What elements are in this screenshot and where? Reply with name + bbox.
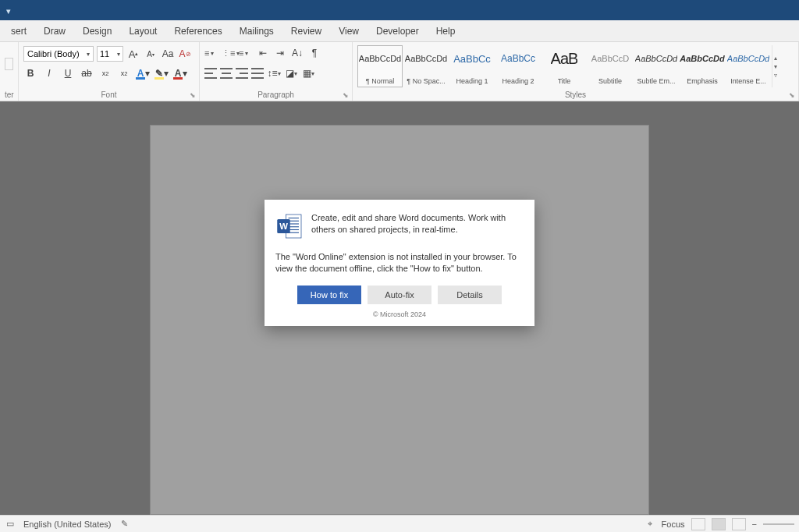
font-name-value: Calibri (Body) bbox=[27, 49, 80, 59]
shrink-font-button[interactable]: A▾ bbox=[144, 47, 158, 61]
highlight-button[interactable]: ✎▾ bbox=[154, 66, 169, 80]
style-heading-2[interactable]: AaBbCc Heading 2 bbox=[495, 45, 541, 87]
svg-text:W: W bbox=[279, 222, 288, 231]
language-label[interactable]: English (United States) bbox=[23, 520, 112, 529]
style-intense-emphasis[interactable]: AaBbCcDd Intense E... bbox=[726, 45, 771, 87]
print-layout-button[interactable] bbox=[712, 518, 726, 530]
font-size-combo[interactable]: 11 ▾ bbox=[97, 46, 123, 62]
bold-button[interactable]: B bbox=[23, 66, 37, 80]
chevron-down-icon: ▾ bbox=[87, 51, 90, 58]
styles-group-label: Styles bbox=[357, 90, 794, 101]
font-size-value: 11 bbox=[100, 49, 109, 59]
font-dialog-launcher-icon[interactable]: ⬊ bbox=[190, 91, 197, 99]
styles-dialog-launcher-icon[interactable]: ⬊ bbox=[789, 91, 797, 99]
tab-design[interactable]: Design bbox=[75, 23, 119, 40]
show-marks-button[interactable]: ¶ bbox=[307, 46, 321, 60]
format-painter-button[interactable] bbox=[5, 58, 13, 70]
dropdown-icon[interactable]: ▾ bbox=[6, 6, 14, 14]
borders-button[interactable]: ▦▾ bbox=[301, 66, 315, 80]
numbering-button[interactable]: ⋮≡▾ bbox=[222, 48, 236, 59]
sort-button[interactable]: A↓ bbox=[290, 46, 304, 60]
font-color-button[interactable]: A▾ bbox=[173, 66, 187, 80]
style-subtitle[interactable]: AaBbCcD Subtitle bbox=[588, 45, 633, 87]
increase-indent-button[interactable]: ⇥ bbox=[273, 46, 287, 60]
tab-mailings[interactable]: Mailings bbox=[232, 23, 282, 40]
ribbon: ter Calibri (Body) ▾ 11 ▾ A▴ A▾ Aa A⊘ B bbox=[0, 42, 799, 101]
bullets-button[interactable]: ≡▾ bbox=[204, 48, 218, 58]
strikethrough-button[interactable]: ab bbox=[80, 66, 94, 80]
superscript-button[interactable]: x2 bbox=[117, 66, 131, 80]
align-center-button[interactable] bbox=[220, 68, 233, 79]
book-icon[interactable]: ▭ bbox=[5, 519, 16, 530]
details-button[interactable]: Details bbox=[438, 286, 502, 304]
grow-font-button[interactable]: A▴ bbox=[126, 47, 140, 61]
focus-label[interactable]: Focus bbox=[662, 520, 685, 529]
tab-developer[interactable]: Developer bbox=[368, 23, 427, 40]
tab-help[interactable]: Help bbox=[428, 23, 463, 40]
style-subtle-emphasis[interactable]: AaBbCcDd Subtle Em... bbox=[634, 45, 679, 87]
font-name-combo[interactable]: Calibri (Body) ▾ bbox=[23, 46, 94, 62]
accessibility-icon[interactable]: ✎ bbox=[119, 519, 130, 530]
zoom-slider[interactable] bbox=[763, 523, 794, 525]
tab-layout[interactable]: Layout bbox=[121, 23, 165, 40]
word-logo-icon: W bbox=[275, 212, 304, 240]
focus-icon[interactable]: ⌖ bbox=[645, 519, 655, 530]
ribbon-group-font: Calibri (Body) ▾ 11 ▾ A▴ A▾ Aa A⊘ B I U … bbox=[19, 42, 200, 101]
line-spacing-button[interactable]: ↕≡▾ bbox=[267, 66, 281, 80]
styles-gallery-more[interactable]: ▴ ▾ ▿ bbox=[772, 45, 783, 87]
paragraph-dialog-launcher-icon[interactable]: ⬊ bbox=[343, 91, 350, 99]
shading-button[interactable]: ◪▾ bbox=[284, 66, 298, 80]
style-emphasis[interactable]: AaBbCcDd Emphasis bbox=[680, 45, 725, 87]
justify-button[interactable] bbox=[251, 68, 264, 79]
style-heading-1[interactable]: AaBbCc Heading 1 bbox=[449, 45, 495, 87]
font-group-label: Font bbox=[23, 90, 194, 101]
text-effects-button[interactable]: A▾ bbox=[136, 66, 150, 80]
clear-formatting-button[interactable]: A⊘ bbox=[178, 47, 192, 61]
chevron-up-icon: ▴ bbox=[774, 55, 783, 62]
window-titlebar: ▾ bbox=[0, 0, 799, 20]
chevron-down-icon: ▾ bbox=[774, 63, 783, 70]
align-left-button[interactable] bbox=[204, 68, 217, 79]
dialog-copyright: © Microsoft 2024 bbox=[275, 310, 524, 318]
extension-dialog: W Create, edit and share Word documents.… bbox=[265, 200, 534, 326]
chevron-down-icon: ▾ bbox=[117, 51, 120, 58]
ribbon-group-styles: AaBbCcDd ¶ Normal AaBbCcDd ¶ No Spac... … bbox=[353, 42, 799, 101]
style-title[interactable]: AaB Title bbox=[542, 45, 587, 87]
style-no-spacing[interactable]: AaBbCcDd ¶ No Spac... bbox=[403, 45, 449, 87]
ribbon-group-clipboard: ter bbox=[0, 42, 19, 101]
auto-fix-button[interactable]: Auto-fix bbox=[368, 286, 431, 304]
paragraph-group-label: Paragraph bbox=[204, 90, 347, 101]
subscript-button[interactable]: x2 bbox=[98, 66, 112, 80]
tab-insert[interactable]: sert bbox=[3, 23, 34, 40]
how-to-fix-button[interactable]: How to fix bbox=[297, 286, 361, 304]
web-layout-button[interactable] bbox=[732, 518, 746, 530]
tab-draw[interactable]: Draw bbox=[36, 23, 73, 40]
read-mode-button[interactable] bbox=[691, 518, 705, 530]
decrease-indent-button[interactable]: ⇤ bbox=[256, 46, 270, 60]
align-right-button[interactable] bbox=[236, 68, 248, 79]
underline-button[interactable]: U bbox=[61, 66, 75, 80]
multilevel-list-button[interactable]: ≡▾ bbox=[239, 48, 253, 58]
expand-icon: ▿ bbox=[774, 72, 783, 79]
tab-view[interactable]: View bbox=[331, 23, 367, 40]
zoom-out-button[interactable]: − bbox=[752, 520, 757, 529]
dialog-message: The "Word Online" extension is not insta… bbox=[275, 251, 524, 275]
clipboard-label: ter bbox=[5, 90, 13, 101]
ribbon-group-paragraph: ≡▾ ⋮≡▾ ≡▾ ⇤ ⇥ A↓ ¶ ↕≡▾ ◪▾ ▦▾ Paragraph ⬊ bbox=[200, 42, 353, 101]
tab-review[interactable]: Review bbox=[283, 23, 329, 40]
ribbon-tabs: sert Draw Design Layout References Maili… bbox=[0, 20, 799, 42]
dialog-description: Create, edit and share Word documents. W… bbox=[311, 212, 524, 236]
tab-references[interactable]: References bbox=[166, 23, 229, 40]
status-bar: ▭ English (United States) ✎ ⌖ Focus − bbox=[0, 515, 799, 532]
italic-button[interactable]: I bbox=[42, 66, 56, 80]
style-normal[interactable]: AaBbCcDd ¶ Normal bbox=[357, 45, 403, 87]
change-case-button[interactable]: Aa bbox=[161, 47, 175, 61]
